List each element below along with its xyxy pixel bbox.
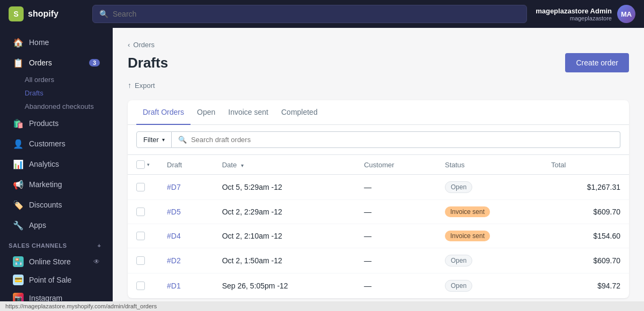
row-customer: —	[355, 224, 436, 248]
filter-button[interactable]: Filter ▾	[136, 131, 172, 148]
export-row[interactable]: ↑ Export	[128, 81, 629, 90]
row-status: Open	[436, 273, 543, 299]
row-status: Invoice sent	[436, 200, 543, 224]
row-customer: —	[355, 248, 436, 273]
draft-link[interactable]: #D5	[167, 208, 181, 216]
row-total: $609.70	[543, 200, 629, 224]
draft-link[interactable]: #D1	[167, 282, 181, 290]
channel-label-pos: Point of Sale	[29, 276, 71, 284]
row-customer: —	[355, 200, 436, 224]
table-row: #D2 Oct 2, 1:50am -12 — Open $609.70	[128, 248, 629, 273]
add-channel-button[interactable]: +	[94, 241, 104, 250]
search-bar[interactable]: 🔍	[92, 5, 527, 23]
search-icon: 🔍	[99, 10, 108, 18]
breadcrumb-back-icon: ‹	[128, 41, 130, 49]
online-store-icon: 🏪	[13, 256, 24, 267]
user-name: mageplazastore Admin	[536, 7, 612, 15]
avatar[interactable]: MA	[617, 5, 635, 23]
channel-label-online-store: Online Store	[29, 257, 71, 266]
tab-open[interactable]: Open	[191, 100, 222, 125]
select-chevron-icon[interactable]: ▾	[147, 162, 150, 167]
drafts-table: ▾ Draft Date ▾ Customer Status Total	[128, 155, 629, 298]
row-draft-id: #D5	[158, 200, 214, 224]
sidebar-item-orders[interactable]: 📋 Orders 3	[4, 53, 108, 72]
home-icon: 🏠	[13, 37, 24, 48]
sidebar: 🏠 Home 📋 Orders 3 All orders Drafts Aban…	[0, 28, 113, 311]
row-draft-id: #D4	[158, 224, 214, 248]
top-nav: S shopify 🔍 mageplazastore Admin magepla…	[0, 0, 644, 28]
date-sort-icon: ▾	[241, 162, 244, 168]
sidebar-item-home[interactable]: 🏠 Home	[4, 33, 108, 52]
page-title: Drafts	[128, 55, 168, 71]
table-row: #D7 Oct 5, 5:29am -12 — Open $1,267.31	[128, 175, 629, 200]
filter-chevron-icon: ▾	[162, 137, 165, 143]
row-status: Invoice sent	[436, 224, 543, 248]
sidebar-label-marketing: Marketing	[29, 180, 62, 189]
row-customer: —	[355, 175, 436, 200]
col-header-customer: Customer	[355, 155, 436, 175]
sidebar-item-apps[interactable]: 🔧 Apps	[4, 216, 108, 235]
apps-icon: 🔧	[13, 220, 24, 231]
row-checkbox-cell	[128, 175, 158, 200]
tab-invoice-sent[interactable]: Invoice sent	[222, 100, 275, 125]
sidebar-item-all-orders[interactable]: All orders	[25, 73, 113, 86]
row-date: Sep 26, 5:05pm -12	[214, 273, 356, 299]
tab-completed[interactable]: Completed	[275, 100, 324, 125]
filter-label: Filter	[143, 136, 159, 144]
orders-badge: 3	[89, 59, 100, 66]
draft-link[interactable]: #D2	[167, 256, 181, 265]
sidebar-item-drafts[interactable]: Drafts	[25, 86, 113, 100]
status-badge: Open	[445, 280, 472, 292]
search-draft-orders[interactable]: 🔍	[172, 131, 620, 148]
row-checkbox-cell	[128, 224, 158, 248]
draft-link[interactable]: #D7	[167, 183, 181, 191]
sidebar-label-orders: Orders	[29, 58, 52, 67]
table-body: #D7 Oct 5, 5:29am -12 — Open $1,267.31 #…	[128, 175, 629, 299]
row-date: Oct 2, 2:10am -12	[214, 224, 356, 248]
create-order-button[interactable]: Create order	[565, 53, 629, 72]
row-draft-id: #D7	[158, 175, 214, 200]
sidebar-item-online-store[interactable]: 🏪 Online Store 👁	[4, 253, 108, 270]
user-store: mageplazastore	[536, 15, 612, 21]
col-header-draft: Draft	[158, 155, 214, 175]
sidebar-item-products[interactable]: 🛍️ Products	[4, 114, 108, 133]
export-label: Export	[135, 82, 155, 90]
eye-icon[interactable]: 👁	[93, 258, 100, 265]
row-checkbox[interactable]	[136, 282, 145, 290]
row-checkbox[interactable]	[136, 256, 145, 265]
logo-text: shopify	[28, 9, 58, 19]
sidebar-label-analytics: Analytics	[29, 160, 59, 168]
col-header-status: Status	[436, 155, 543, 175]
search-draft-input[interactable]	[191, 136, 613, 144]
analytics-icon: 📊	[13, 159, 24, 169]
sidebar-item-analytics[interactable]: 📊 Analytics	[4, 154, 108, 174]
search-input[interactable]	[113, 10, 520, 18]
tab-draft-orders[interactable]: Draft Orders	[136, 100, 191, 125]
row-checkbox[interactable]	[136, 208, 145, 216]
sidebar-item-customers[interactable]: 👤 Customers	[4, 134, 108, 153]
filter-row: Filter ▾ 🔍	[128, 125, 629, 155]
row-date: Oct 5, 5:29am -12	[214, 175, 356, 200]
logo[interactable]: S shopify	[9, 6, 84, 21]
products-icon: 🛍️	[13, 118, 24, 129]
orders-icon: 📋	[13, 57, 24, 68]
row-checkbox[interactable]	[136, 232, 145, 240]
export-icon: ↑	[128, 81, 131, 90]
customers-icon: 👤	[13, 138, 24, 149]
breadcrumb[interactable]: ‹ Orders	[128, 41, 629, 49]
select-all-checkbox[interactable]	[136, 160, 145, 169]
sidebar-item-marketing[interactable]: 📢 Marketing	[4, 175, 108, 194]
main-content: ‹ Orders Drafts Create order ↑ Export Dr…	[113, 28, 644, 311]
sidebar-label-discounts: Discounts	[29, 201, 62, 209]
col-header-date[interactable]: Date ▾	[214, 155, 356, 175]
draft-link[interactable]: #D4	[167, 232, 181, 240]
sidebar-item-pos[interactable]: 💳 Point of Sale	[4, 271, 108, 288]
row-total: $609.70	[543, 248, 629, 273]
row-checkbox[interactable]	[136, 183, 145, 191]
status-url: https://mageplazastore.myshopify.com/adm…	[5, 303, 157, 309]
sidebar-label-products: Products	[29, 119, 58, 128]
sidebar-item-abandoned[interactable]: Abandoned checkouts	[25, 100, 113, 113]
sidebar-item-discounts[interactable]: 🏷️ Discounts	[4, 195, 108, 214]
marketing-icon: 📢	[13, 179, 24, 190]
row-checkbox-cell	[128, 248, 158, 273]
